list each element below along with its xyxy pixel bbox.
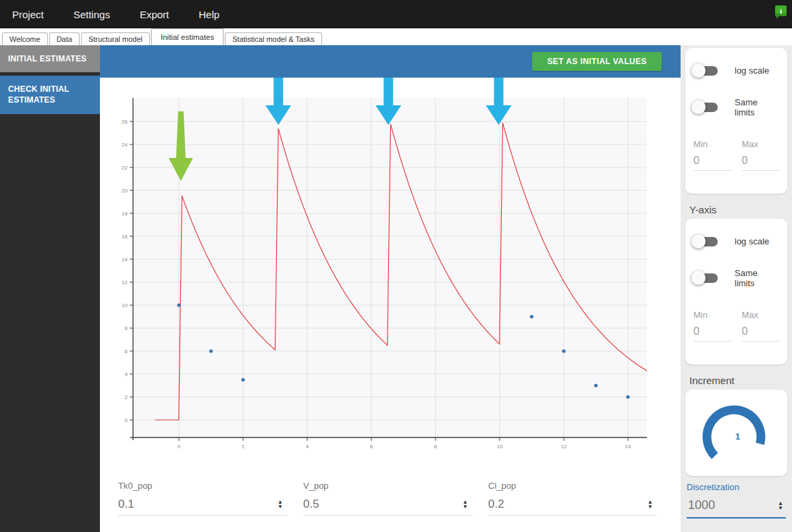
y-same-limits-toggle[interactable] (693, 273, 718, 283)
plot-toolbar: SET AS INITIAL VALUES (100, 45, 681, 78)
observation-point (177, 303, 180, 307)
info-notification-icon[interactable]: i (775, 5, 787, 16)
toggle-knob (691, 100, 706, 114)
y-tick-label: 24 (122, 142, 128, 148)
parameter-value: 0.1 (118, 498, 134, 511)
discretization-label: Discretization (687, 482, 786, 492)
toggle-knob (691, 234, 706, 248)
increment-knob[interactable] (689, 394, 770, 471)
menu-settings[interactable]: Settings (74, 9, 110, 20)
observation-point (530, 315, 533, 318)
x-tick-label: 8 (434, 444, 438, 450)
y-max-input[interactable]: 0 (742, 325, 780, 342)
y-axis-heading: Y-axis (689, 204, 792, 215)
parameter-stepper[interactable]: ▲▼ (463, 500, 468, 509)
parameter-input[interactable]: 0.5▲▼ (303, 498, 472, 516)
y-tick-label: 22 (122, 165, 128, 171)
x-max-input[interactable]: 0 (742, 155, 780, 171)
observation-point (626, 395, 629, 398)
parameter-input[interactable]: 0.2▲▼ (488, 498, 657, 516)
y-tick-label: 10 (122, 302, 128, 309)
observation-point (594, 383, 598, 387)
parameter-label: V_pop (303, 481, 488, 491)
tab-welcome[interactable]: Welcome (2, 32, 48, 45)
y-tick-label: 26 (122, 119, 128, 125)
main-menu: ProjectSettingsExportHelp (12, 9, 249, 20)
main-content: SET AS INITIAL VALUES 024681012141618202… (100, 45, 681, 532)
parameter-row: Tk0_pop0.1▲▼V_pop0.5▲▼Cl_pop0.2▲▼ (100, 464, 681, 532)
parameter-input[interactable]: 0.1▲▼ (118, 498, 287, 516)
parameter-stepper[interactable]: ▲▼ (648, 500, 653, 509)
set-as-initial-values-button[interactable]: SET AS INITIAL VALUES (532, 52, 662, 71)
tab-structural-model[interactable]: Structural model (81, 32, 150, 45)
tab-bar: WelcomeDataStructural modelInitial estim… (0, 28, 792, 45)
sidebar: INITIAL ESTIMATESCHECK INITIAL ESTIMATES (0, 45, 100, 532)
x-same-limits-row: Same limits (693, 97, 779, 117)
observation-point (209, 349, 213, 352)
parameter-tk0-pop: Tk0_pop0.1▲▼ (118, 481, 303, 532)
prediction-chart: 02468101214161820222426024681012141 (100, 78, 681, 464)
x-min-label: Min (693, 139, 731, 149)
parameter-v-pop: V_pop0.5▲▼ (303, 481, 488, 532)
x-log-scale-toggle[interactable] (693, 66, 718, 76)
parameter-label: Tk0_pop (118, 481, 303, 491)
y-tick-label: 20 (122, 188, 128, 194)
x-tick-label: 10 (497, 444, 503, 450)
increment-heading: Increment (689, 375, 792, 386)
tab-initial-estimates[interactable]: Initial estimates (151, 28, 223, 45)
sidebar-item-check-initial-estimates[interactable]: CHECK INITIAL ESTIMATES (0, 76, 100, 113)
y-tick-label: 4 (125, 371, 128, 377)
y-log-scale-row: log scale (693, 236, 779, 246)
menu-export[interactable]: Export (140, 9, 169, 20)
y-same-limits-row: Same limits (693, 268, 779, 288)
x-same-limits-label: Same limits (735, 97, 779, 117)
x-tick-label: 6 (370, 444, 373, 450)
y-log-scale-toggle[interactable] (693, 237, 718, 246)
y-axis-card: log scale Same limits Min 0 Max 0 (685, 219, 787, 365)
parameter-value: 0.5 (303, 498, 319, 511)
y-max-label: Max (742, 310, 780, 320)
x-min-input[interactable]: 0 (693, 155, 731, 171)
y-log-scale-label: log scale (735, 236, 769, 246)
discretization-block: Discretization 1000 ▲▼ (687, 482, 786, 518)
tab-data[interactable]: Data (49, 32, 80, 45)
toggle-knob (691, 271, 706, 285)
x-log-scale-label: log scale (735, 65, 769, 76)
parameter-value: 0.2 (488, 498, 504, 511)
y-tick-label: 18 (122, 211, 128, 217)
y-tick-label: 0 (125, 417, 128, 423)
y-tick-label: 16 (122, 234, 128, 240)
x-tick-label: 14 (625, 444, 631, 450)
y-tick-label: 8 (125, 325, 128, 331)
parameter-stepper[interactable]: ▲▼ (278, 500, 283, 509)
x-log-scale-row: log scale (693, 65, 779, 76)
y-tick-label: 2 (125, 394, 128, 400)
x-tick-label: 4 (306, 444, 309, 450)
y-min-input[interactable]: 0 (693, 325, 731, 342)
discretization-value: 1000 (688, 498, 715, 512)
menubar: ProjectSettingsExportHelp i (0, 0, 792, 28)
y-same-limits-label: Same limits (735, 268, 779, 288)
increment-value: 1 (735, 431, 740, 442)
discretization-stepper[interactable]: ▲▼ (778, 501, 783, 510)
increment-card: 1 (685, 390, 787, 476)
toggle-knob (691, 63, 706, 78)
y-tick-label: 6 (125, 348, 128, 354)
settings-panel: log scale Same limits Min 0 Max 0 (681, 45, 792, 532)
sidebar-item-initial-estimates[interactable]: INITIAL ESTIMATES (0, 45, 100, 72)
x-max-label: Max (742, 139, 780, 149)
menu-help[interactable]: Help (199, 9, 219, 20)
x-axis-card: log scale Same limits Min 0 Max 0 (685, 48, 787, 194)
x-tick-label: 2 (242, 444, 245, 450)
y-tick-label: 14 (122, 257, 128, 263)
y-min-label: Min (693, 310, 731, 320)
parameter-cl-pop: Cl_pop0.2▲▼ (488, 481, 673, 532)
menu-project[interactable]: Project (12, 9, 44, 20)
discretization-input[interactable]: 1000 ▲▼ (687, 498, 786, 518)
x-same-limits-toggle[interactable] (693, 103, 718, 112)
chart-canvas[interactable]: 02468101214161820222426024681012141 (100, 78, 681, 464)
app-window: ProjectSettingsExportHelp i WelcomeDataS… (0, 0, 792, 532)
observation-point (562, 349, 565, 352)
x-tick-label: 0 (178, 444, 181, 450)
tab-statistical-model-tasks[interactable]: Statistical model & Tasks (225, 32, 321, 45)
